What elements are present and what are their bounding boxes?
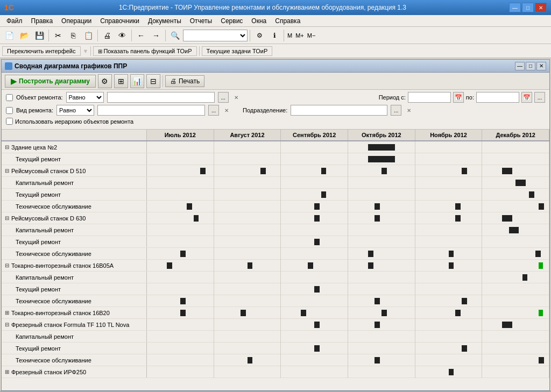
subdivision-browse-btn[interactable]: ... xyxy=(391,105,401,116)
repair-object-clear-btn[interactable]: ✕ xyxy=(232,93,241,102)
gantt-cell xyxy=(348,141,415,153)
menu-item-операции[interactable]: Операции xyxy=(57,16,96,26)
period-from-calendar-btn[interactable]: 📅 xyxy=(453,92,464,103)
repair-object-input[interactable] xyxy=(107,92,215,103)
build-diagram-btn[interactable]: ▶ Построить диаграмму xyxy=(5,75,96,88)
menu-item-отчеты[interactable]: Отчеты xyxy=(186,16,216,26)
table-row[interactable]: Техническое обслуживание xyxy=(2,354,549,366)
repair-object-checkbox[interactable] xyxy=(6,94,13,101)
gantt-cell xyxy=(147,177,214,189)
menu-item-файл[interactable]: Файл xyxy=(2,16,27,26)
collapse-icon[interactable]: ⊟ xyxy=(5,215,9,221)
copy-btn[interactable]: ⎘ xyxy=(66,28,80,42)
table-row[interactable]: ⊟Здание цеха №2 xyxy=(2,141,549,153)
open-btn[interactable]: 📂 xyxy=(17,28,31,42)
repair-type-clear-btn[interactable]: ✕ xyxy=(222,106,231,115)
print-btn[interactable]: 🖨 Печать xyxy=(165,75,204,87)
table-row[interactable]: Капитальный ремонт xyxy=(2,272,549,283)
repair-type-input[interactable] xyxy=(97,105,205,116)
win-minimize-btn[interactable]: — xyxy=(515,62,525,70)
subdivision-input[interactable] xyxy=(291,105,387,116)
maximize-button[interactable]: □ xyxy=(522,3,534,12)
table-row[interactable]: ⊞Токарно-винторезный станок 16В20 xyxy=(2,307,549,319)
repair-type-browse-btn[interactable]: ... xyxy=(208,105,219,116)
close-button[interactable]: ✕ xyxy=(535,3,547,12)
menu-item-справка[interactable]: Справка xyxy=(271,16,305,26)
table-row[interactable]: ⊟Рейсмусовый станок D 510 xyxy=(2,165,549,177)
forward-btn[interactable]: → xyxy=(149,28,163,42)
icon-btn3[interactable]: 📊 xyxy=(130,74,144,88)
table-row[interactable]: Техническое обслуживание xyxy=(2,201,549,212)
switch-interface-btn[interactable]: Переключить интерфейс xyxy=(2,46,81,56)
table-row[interactable]: ⊟Рейсмусовый станок D 630 xyxy=(2,212,549,224)
minimize-button[interactable]: — xyxy=(509,3,521,12)
table-row[interactable]: Текущий ремонт xyxy=(2,283,549,295)
cut-btn[interactable]: ✂ xyxy=(51,28,65,42)
period-to-input[interactable]: 31.12.2012 xyxy=(476,92,519,103)
gantt-bar xyxy=(502,168,512,174)
gantt-body[interactable]: ⊟Здание цеха №2 Текущий ремонт⊟Рейсмусов… xyxy=(2,141,549,390)
collapse-icon[interactable]: ⊟ xyxy=(5,322,9,327)
gantt-cell xyxy=(214,236,281,248)
win-restore-btn[interactable]: □ xyxy=(526,62,535,70)
preview-btn[interactable]: 👁 xyxy=(115,28,129,42)
table-row[interactable]: Техническое обслуживание xyxy=(2,295,549,307)
repair-type-combo[interactable]: Равно xyxy=(56,105,94,116)
settings-btn[interactable]: ⚙ xyxy=(252,28,266,42)
table-row[interactable]: ⊞Фрезерный станок ИРФ250 xyxy=(2,366,549,378)
table-row[interactable]: Капитальный ремонт xyxy=(2,331,549,343)
period-from-input[interactable]: 01.07.2012 xyxy=(408,92,451,103)
table-row[interactable]: Текущий ремонт xyxy=(2,189,549,201)
m-label: M xyxy=(286,32,293,39)
menu-item-сервис[interactable]: Сервис xyxy=(216,16,247,26)
back-btn[interactable]: ← xyxy=(134,28,148,42)
icon-btn1[interactable]: ⚙ xyxy=(98,74,112,88)
gantt-row-chart xyxy=(147,248,549,259)
paste-btn[interactable]: 📋 xyxy=(81,28,95,42)
expand-icon[interactable]: ⊞ xyxy=(5,369,9,375)
table-row[interactable]: Техническое обслуживание xyxy=(2,248,549,260)
period-to-calendar-btn[interactable]: 📅 xyxy=(521,92,532,103)
current-tasks-btn[interactable]: Текущие задачи ТОиР xyxy=(202,46,273,56)
win-close-btn[interactable]: ✕ xyxy=(536,62,546,70)
period-extra-btn[interactable]: ... xyxy=(534,92,545,103)
repair-type-checkbox[interactable] xyxy=(6,107,13,114)
repair-object-combo[interactable]: Равно xyxy=(66,92,104,103)
use-hierarchy-checkbox[interactable] xyxy=(6,118,13,125)
repair-object-browse-btn[interactable]: ... xyxy=(218,92,229,103)
collapse-icon[interactable]: ⊟ xyxy=(5,144,9,150)
menu-item-документы[interactable]: Документы xyxy=(144,16,186,26)
gantt-cell xyxy=(348,283,415,295)
new-btn[interactable]: 📄 xyxy=(2,28,16,42)
gantt-cell xyxy=(147,189,214,201)
info-btn[interactable]: ℹ xyxy=(267,28,281,42)
table-row[interactable]: Капитальный ремонт xyxy=(2,177,549,189)
search-combo[interactable] xyxy=(183,30,248,41)
table-row[interactable]: ⊟Фрезерный станок Formula TF 110 TL Nova xyxy=(2,319,549,331)
menu-item-справочники[interactable]: Справочники xyxy=(96,16,144,26)
menu-item-окна[interactable]: Окна xyxy=(247,16,271,26)
table-row[interactable]: ⊟Токарно-винторезный станок 16В05А xyxy=(2,260,549,272)
table-row[interactable]: Капитальный ремонт xyxy=(2,224,549,236)
menu-item-правка[interactable]: Правка xyxy=(27,16,58,26)
collapse-icon[interactable]: ⊟ xyxy=(5,168,9,174)
show-panel-btn[interactable]: ⊞Показать панель функций ТОиР xyxy=(93,46,196,56)
indent-spacer xyxy=(5,239,16,245)
print-toolbar-btn[interactable]: 🖨 xyxy=(100,28,114,42)
gantt-cell xyxy=(214,141,281,153)
expand-icon[interactable]: ⊞ xyxy=(5,310,9,316)
collapse-icon[interactable]: ⊟ xyxy=(5,262,9,268)
gantt-bar xyxy=(449,251,454,257)
gantt-cell xyxy=(147,295,214,307)
gantt-row-name: Капитальный ремонт xyxy=(2,331,147,342)
gantt-bar xyxy=(462,168,467,174)
table-row[interactable]: Текущий ремонт xyxy=(2,153,549,165)
search-btn[interactable]: 🔍 xyxy=(168,28,182,42)
table-row[interactable]: Текущий ремонт xyxy=(2,343,549,354)
table-row[interactable]: Текущий ремонт xyxy=(2,236,549,248)
subdivision-clear-btn[interactable]: ✕ xyxy=(405,106,413,115)
icon-btn4[interactable]: ⊟ xyxy=(146,74,160,88)
icon-btn2[interactable]: ⊞ xyxy=(114,74,128,88)
row-label: Рейсмусовый станок D 630 xyxy=(11,215,86,222)
save-btn[interactable]: 💾 xyxy=(32,28,46,42)
